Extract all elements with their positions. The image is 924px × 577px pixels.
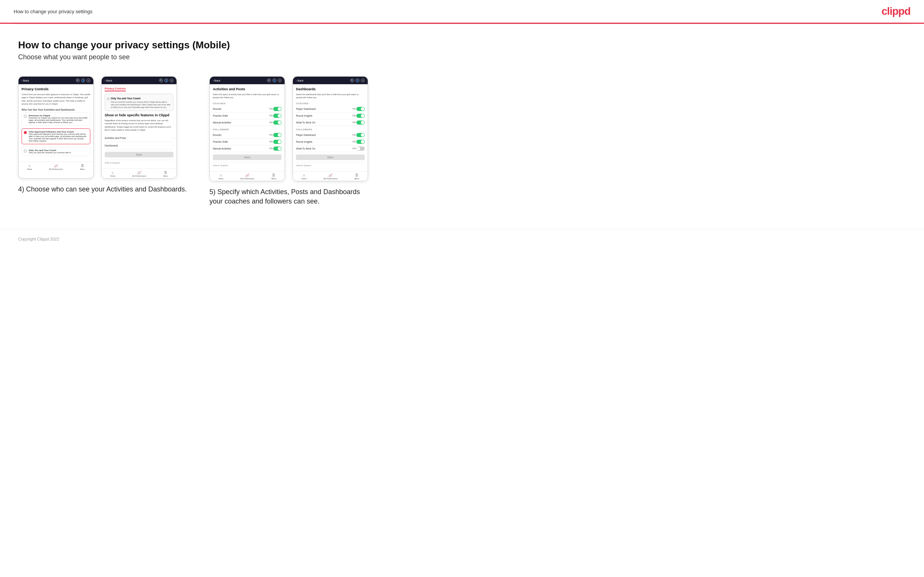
coaches-player-toggle[interactable] [356,107,365,111]
followers-drills-toggle-wrapper: ON [269,140,281,144]
screen3-body-text: Select the types of activity that you'd … [213,93,281,99]
settings-icon-4[interactable]: ⚙ [361,79,365,82]
coaches-drills-on-text: ON [269,114,273,117]
followers-drills-toggle[interactable] [273,140,281,144]
topbar-icons-1: 🔍 👤 ⚙ [76,79,90,82]
followers-rounds-label: Rounds [213,134,221,136]
followers-what-to-work-toggle[interactable] [356,147,365,151]
nav-home-3[interactable]: ⌂ Home [218,173,223,180]
followers-rounds-toggle-wrapper: ON [269,133,281,137]
screen3-topbar: ‹ Back 🔍 👤 ⚙ [210,77,284,84]
activities-arrow-icon: › [172,136,173,140]
followers-what-to-work-row: What To Work On ON [296,145,365,152]
nav-performance-1[interactable]: 📈 My Performance [49,164,63,170]
screenshots-section: ‹ Back 🔍 👤 ⚙ Privacy Controls Control ho… [18,76,906,206]
screen-4: ‹ Back 🔍 👤 ⚙ Dashboards Select the dashb… [292,76,368,181]
group-2: ‹ Back 🔍 👤 ⚙ Activities and Posts Select… [209,76,368,206]
followers-rounds-toggle[interactable] [273,133,281,137]
followers-round-insights-toggle[interactable] [356,140,365,144]
help-support-4[interactable]: Help & Support [296,162,365,168]
coaches-player-on-text: ON [352,108,355,110]
nav-performance-2[interactable]: 📈 My Performance [132,171,146,177]
screen1-section-title: Privacy Controls [21,87,90,91]
followers-what-to-work-on-text: ON [352,147,355,150]
help-support-3[interactable]: Help & Support [213,162,281,168]
nav-menu-4[interactable]: ☰ Menu [354,173,359,180]
settings-icon-1[interactable]: ⚙ [87,79,90,82]
nav-performance-3[interactable]: 📈 My Performance [240,173,254,180]
settings-icon-3[interactable]: ⚙ [278,79,281,82]
popup-content: Only You and Your Coach Only you and the… [111,97,171,109]
search-icon-4[interactable]: 🔍 [351,79,354,82]
screen-3: ‹ Back 🔍 👤 ⚙ Activities and Posts Select… [209,76,285,181]
followers-header-4: FOLLOWERS [296,128,365,131]
performance-icon-1: 📈 [54,164,58,168]
performance-label-4: My Performance [323,177,338,180]
person-icon-4[interactable]: 👤 [355,79,359,82]
nav-home-2[interactable]: ⌂ Home [110,171,115,177]
help-support-2[interactable]: Help & Support [105,160,173,165]
coaches-player-label: Player Dashboard [296,108,315,110]
radio-approved[interactable] [24,131,27,134]
followers-round-insights-label: Round Insights [296,140,312,143]
performance-label-2: My Performance [132,175,146,177]
save-btn-3[interactable]: Save [213,155,281,160]
nav-menu-2[interactable]: ☰ Menu [163,171,168,177]
privacy-controls-tab[interactable]: Privacy Controls [105,87,126,91]
coaches-drills-row: Practice Drills ON [213,113,281,119]
nav-performance-4[interactable]: 📈 My Performance [323,173,338,180]
settings-icon-2[interactable]: ⚙ [170,79,173,82]
search-icon-1[interactable]: 🔍 [76,79,80,82]
screen1-content: Privacy Controls Control how you and you… [18,84,93,162]
nav-menu-3[interactable]: ☰ Menu [271,173,276,180]
search-icon-2[interactable]: 🔍 [159,79,163,82]
nav-menu-1[interactable]: ☰ Menu [80,164,85,170]
activities-posts-row[interactable]: Activities and Posts › [105,134,173,142]
screen4-body-text: Select the dashboards that you'd like to… [296,93,365,99]
topbar-icons-2: 🔍 👤 ⚙ [159,79,173,82]
person-icon-2[interactable]: 👤 [165,79,168,82]
save-btn-2[interactable]: Save [105,152,173,158]
coaches-what-to-work-toggle[interactable] [356,121,365,125]
save-btn-4[interactable]: Save [296,155,365,160]
dashboards-row[interactable]: Dashboards › [105,142,173,150]
back-btn-3[interactable]: ‹ Back [213,79,220,82]
radio-everyone[interactable] [24,115,27,118]
menu-label-4: Menu [354,177,359,180]
performance-icon-4: 📈 [328,173,333,177]
popup-radio-row: Only You and Your Coach Only you and the… [107,97,171,109]
coaches-header-4: COACHES [296,102,365,105]
menu-icon-3: ☰ [272,173,275,177]
coaches-rounds-toggle[interactable] [273,107,281,111]
followers-drills-on-text: ON [269,140,273,143]
popup-title: Only You and Your Coach [111,97,171,100]
back-btn-2[interactable]: ‹ Back [105,79,112,82]
coaches-round-insights-toggle[interactable] [356,114,365,118]
option-approved-text: Only Approved Followers and Your Coach O… [29,131,88,142]
followers-header-3: FOLLOWERS [213,128,281,131]
followers-player-toggle[interactable] [356,133,365,137]
nav-home-1[interactable]: ⌂ Home [27,164,32,170]
only-you-popup: Only You and Your Coach Only you and the… [105,93,173,111]
person-icon-1[interactable]: 👤 [81,79,85,82]
performance-icon-2: 📈 [137,171,141,174]
followers-manual-toggle[interactable] [273,147,281,151]
popup-radio[interactable] [107,97,110,100]
option-only-you[interactable]: Only You and Your Coach Only you and the… [21,147,90,156]
followers-what-to-work-toggle-wrapper: ON [352,147,365,151]
nav-home-4[interactable]: ⌂ Home [302,173,307,180]
back-btn-4[interactable]: ‹ Back [296,79,304,82]
topbar-icons-4: 🔍 👤 ⚙ [351,79,365,82]
person-icon-3[interactable]: 👤 [273,79,276,82]
coaches-drills-toggle[interactable] [273,114,281,118]
screen3-bottom-nav: ⌂ Home 📈 My Performance ☰ Menu [210,171,284,181]
option-approved[interactable]: Only Approved Followers and Your Coach O… [21,128,90,144]
radio-only-you[interactable] [24,150,27,153]
followers-round-insights-on-text: ON [352,140,355,143]
coaches-what-to-work-label: What To Work On [296,121,315,124]
back-btn-1[interactable]: ‹ Back [21,79,29,82]
followers-manual-row: Manual Activities ON [213,145,281,152]
search-icon-3[interactable]: 🔍 [267,79,271,82]
coaches-manual-toggle[interactable] [273,121,281,125]
option-everyone[interactable]: Everyone on Clippd Everyone on Clippd ca… [21,112,90,126]
